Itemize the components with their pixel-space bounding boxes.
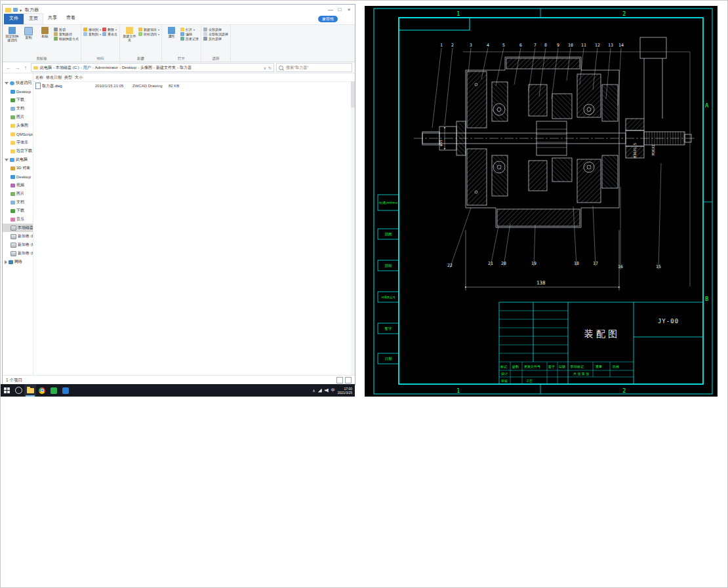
minimize-button[interactable]: — [326,5,335,14]
sidebar-item[interactable]: 下载 [3,96,33,104]
sidebar-item[interactable]: 新加卷 (F:) [3,249,33,258]
pin-to-quick-access-button[interactable]: 固定到快速访问 [5,26,20,43]
breadcrumb-segment[interactable]: 此电脑› [40,65,56,71]
rename-button[interactable]: 重命名 [102,32,117,36]
sidebar-item[interactable]: 迅雷下载 [3,147,33,155]
chevron-down-icon[interactable] [5,159,9,161]
sidebar-item[interactable]: Desktop [3,172,33,181]
tab-file[interactable]: 文件 [4,14,24,24]
file-row[interactable]: 取力器.dwg 2010/1/15 21:05 ZWCAD Drawing 82… [33,82,355,90]
sidebar-item[interactable]: 本地磁盘 (C:) [3,224,33,232]
cut-button[interactable]: 剪切 [54,28,79,31]
chevron-right-icon[interactable] [5,260,7,264]
sidebar-item[interactable]: 字体库 [3,138,33,147]
sidebar-item[interactable]: 文档 [3,198,33,206]
paste-shortcut-button[interactable]: 粘贴快捷方式 [54,37,79,41]
paste-button[interactable]: 粘贴 [37,26,52,39]
column-header[interactable]: 类型 [62,73,73,81]
ribbon-tab[interactable]: 共享 [43,13,62,24]
breadcrumb-segment[interactable]: 用户› [83,65,95,71]
properties-button[interactable]: 属性 [164,26,179,39]
breadcrumb-segment[interactable]: Desktop› [122,66,140,69]
volume-icon[interactable] [325,389,329,393]
easy-access-button[interactable]: 轻松访问▾ [138,32,159,36]
forward-button[interactable]: → [14,65,20,71]
sidebar-item[interactable]: 头像图 [3,121,33,130]
compat-badge[interactable]: 兼容性 [318,16,338,22]
sidebar-item[interactable]: QMScript [3,130,33,138]
open-button[interactable]: 打开▾ [180,28,199,31]
group-label-organize: 组织 [83,55,117,62]
history-button[interactable]: 历史记录 [180,37,199,41]
sidebar-item[interactable]: 图片 [3,113,33,121]
svg-text:借(通)用件登记: 借(通)用件登记 [379,201,398,205]
breadcrumb-segment[interactable]: 头像图› [140,65,156,71]
invert-selection-button[interactable]: 反向选择 [203,37,228,41]
taskbar-clock[interactable]: 17:00 2021/3/25 [338,387,352,395]
ribbon-tab[interactable]: 主页 [24,13,43,24]
sidebar-item[interactable]: 新加卷 (E:) [3,241,33,249]
maximize-button[interactable]: □ [335,5,344,14]
sidebar-item[interactable]: 下载 [3,206,33,215]
back-button[interactable]: ← [5,65,12,71]
breadcrumb-segment[interactable]: Administrator› [95,66,122,69]
folder-icon [33,66,38,69]
sidebar-section-this-pc[interactable]: 此电脑 [3,155,33,164]
refresh-icon[interactable]: ↻ [268,66,272,70]
taskbar-browser-button[interactable] [36,384,48,397]
search-box[interactable] [276,63,352,72]
sidebar-item[interactable]: 图片 [3,189,33,198]
breadcrumb-segment[interactable]: 新建文件夹› [156,65,180,71]
sidebar-section-quick-access[interactable]: 快速访问 [3,79,33,87]
delete-button[interactable]: 删除▾ [102,28,117,31]
sidebar-item[interactable]: 文档 [3,104,33,113]
item-icon [10,132,15,136]
new-item-button[interactable]: 新建项目▾ [138,28,159,31]
sidebar-section-network[interactable]: 网络 [3,258,33,266]
taskbar-app-green-button[interactable] [48,384,60,397]
list-view-button[interactable] [336,377,343,383]
copy-path-button[interactable]: 复制路径 [54,32,79,36]
copy-to-button[interactable]: 复制到▾ [83,32,101,36]
edit-button[interactable]: 编辑 [180,32,199,36]
taskbar-app-blue-button[interactable] [60,384,71,397]
ribbon-tab[interactable]: 查看 [62,13,80,24]
new-folder-button[interactable]: 新建文件夹 [122,26,137,43]
qat-caret-icon[interactable]: ▾ [20,8,22,12]
sidebar-item[interactable]: 新加卷 (D:) [3,232,33,241]
copy-button[interactable]: 复制 [21,26,36,40]
drawing-number: JY-00 [658,318,679,324]
column-header[interactable]: 大小 [73,73,83,81]
breadcrumb-segment[interactable]: 本地磁盘 (C:)› [56,65,83,71]
search-input[interactable] [285,65,350,70]
address-box[interactable]: 此电脑›本地磁盘 (C:)›用户›Administrator›Desktop›头… [31,63,274,72]
item-icon [10,192,15,196]
chevron-down-icon[interactable] [5,82,9,85]
sidebar-item[interactable]: 3D 对象 [3,164,33,172]
sidebar-item[interactable]: 视频 [3,181,33,189]
input-method-indicator[interactable]: 中 [331,387,335,393]
thumbnail-view-button[interactable] [345,377,352,383]
address-dropdown-icon[interactable]: ∨ [264,66,266,70]
scrollbar-thumb[interactable] [351,81,355,108]
breadcrumb-separator-icon: › [153,66,155,69]
scrollbar[interactable] [351,81,355,375]
tray-chevron-icon[interactable]: ∧ [312,388,315,393]
svg-text:比例: 比例 [613,364,619,369]
select-all-button[interactable]: 全部选择 [203,28,228,31]
close-button[interactable]: × [344,5,354,14]
column-header[interactable]: 修改日期 [44,73,62,81]
sidebar-item[interactable]: Desktop [3,87,33,96]
column-header[interactable]: 名称 [33,73,44,81]
quick-access-toolbar[interactable]: ▾ [13,8,22,12]
sidebar-item[interactable]: 音乐 [3,215,33,224]
start-button[interactable] [1,384,12,397]
move-to-button[interactable]: 移动到▾ [83,28,101,31]
svg-text:旧底图总号: 旧底图总号 [381,296,395,299]
taskbar-explorer-button[interactable] [24,384,36,397]
up-button[interactable]: ↑ [22,65,29,71]
search-button[interactable] [12,384,24,397]
select-none-button[interactable]: 全部取消选择 [203,32,228,36]
network-tray-icon[interactable] [318,389,322,393]
breadcrumb-segment[interactable]: 取力器› [180,65,192,71]
